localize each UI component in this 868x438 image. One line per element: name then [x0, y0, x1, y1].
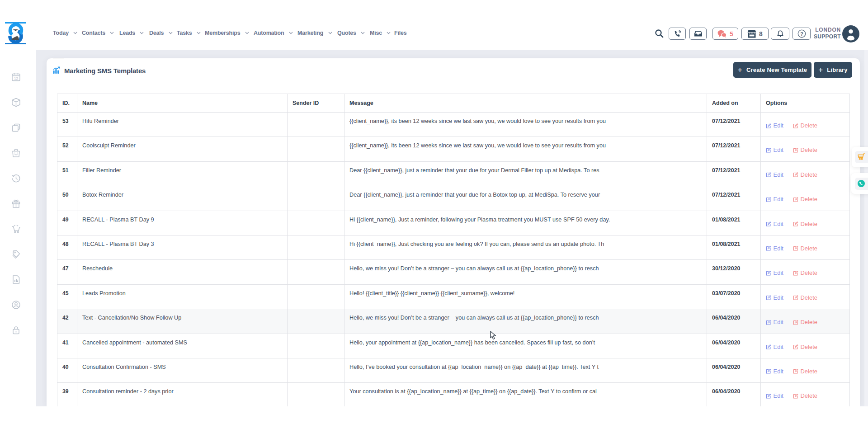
svg-text:12: 12 [14, 76, 18, 80]
svg-text:?: ? [800, 31, 803, 37]
